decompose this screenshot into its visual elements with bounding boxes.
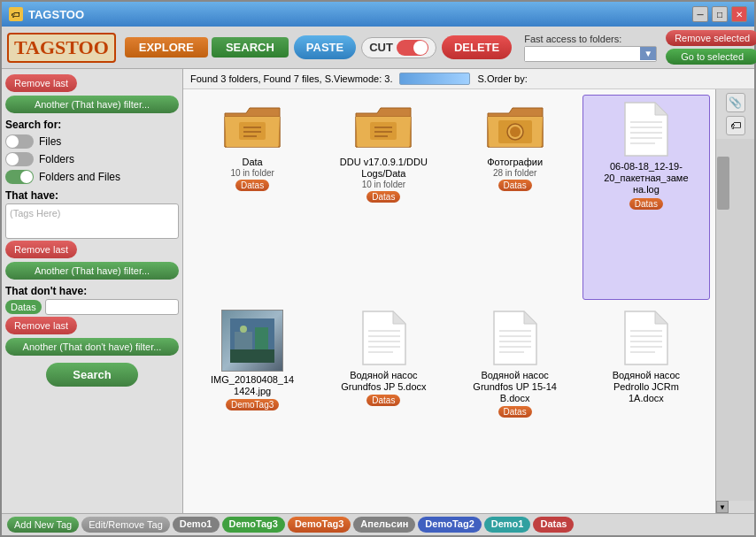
file-name-img: IMG_20180408_141424.jpg xyxy=(208,374,297,397)
file-tag-gfp5[interactable]: Datas xyxy=(366,395,400,406)
file-name-data: Data xyxy=(243,157,263,168)
search-tab[interactable]: SEARCH xyxy=(212,37,289,58)
paste-button[interactable]: PASTE xyxy=(294,35,356,59)
remove-last-button-1[interactable]: Remove last xyxy=(5,74,77,92)
bottom-tag-demotag3-orange[interactable]: DemoTag3 xyxy=(288,517,351,533)
file-item-data[interactable]: Data 10 in folder Datas xyxy=(189,95,316,300)
add-new-tag-button[interactable]: Add New Tag xyxy=(7,517,79,533)
dont-have-tag[interactable]: Datas xyxy=(5,300,42,314)
file-item-pedrollo[interactable]: Водяной насос Pedrollo JCRm 1A.docx xyxy=(582,303,710,509)
svg-point-4 xyxy=(510,127,521,137)
progress-bar xyxy=(399,73,470,85)
file-tag-img[interactable]: DemoTag3 xyxy=(226,399,279,410)
doc-svg-gfp5 xyxy=(359,310,408,367)
folder-icon-photos xyxy=(484,101,546,154)
radio-folders-files-row: Folders and Files xyxy=(5,170,179,184)
scrollbar-track xyxy=(716,139,754,501)
file-item-gfp5[interactable]: Водяной насос Grundfos JP 5.docx Datas xyxy=(320,303,447,509)
paperclip-icon[interactable]: 📎 xyxy=(726,93,745,112)
bottom-tag-demo1-teal[interactable]: Demo1 xyxy=(484,517,531,533)
radio-files-label: Files xyxy=(39,135,61,148)
file-item-img[interactable]: IMG_20180408_141424.jpg DemoTag3 xyxy=(189,303,316,509)
radio-files-toggle[interactable] xyxy=(5,134,34,149)
svg-rect-0 xyxy=(239,122,266,140)
side-icons: 📎 🏷 xyxy=(716,89,754,139)
main-content: Remove last Another (That have) filter..… xyxy=(2,69,754,513)
file-name-log: 06-08-18_12-19-20_пакетная_замена.log xyxy=(602,161,690,196)
another-dont-filter-button[interactable]: Another (That don't have) filter... xyxy=(5,338,179,356)
file-sub-photos: 28 in folder xyxy=(493,168,536,178)
file-tag-gfup[interactable]: Datas xyxy=(498,406,532,418)
app-icon: 🏷 xyxy=(9,7,23,21)
remove-last-button-2[interactable]: Remove last xyxy=(5,241,77,258)
close-button[interactable]: ✕ xyxy=(731,6,747,22)
goto-selected-button[interactable]: Go to selected xyxy=(666,49,756,65)
sort-label: S.Order by: xyxy=(477,73,527,84)
photo-svg xyxy=(230,318,274,363)
scroll-down-button[interactable]: ▼ xyxy=(716,501,729,513)
title-controls: ─ □ ✕ xyxy=(692,6,747,22)
file-item-gfup[interactable]: Водяной насос Grundfos UP 15-14 B.docx D… xyxy=(451,303,579,509)
search-button[interactable]: Search xyxy=(46,363,137,387)
svg-point-13 xyxy=(240,326,247,333)
bottom-tag-demo1[interactable]: Demo1 xyxy=(173,517,220,533)
file-tag-ddu[interactable]: Datas xyxy=(366,191,400,203)
explore-tab[interactable]: EXPLORE xyxy=(125,37,208,58)
another-filter-button-1[interactable]: Another (That have) filter... xyxy=(5,96,179,113)
radio-files-row: Files xyxy=(5,134,179,149)
file-sub-data: 10 in folder xyxy=(230,168,274,178)
bottom-tag-datas[interactable]: Datas xyxy=(533,517,574,533)
fast-access-label: Fast access to folders: xyxy=(524,34,657,44)
another-filter-button-2[interactable]: Another (That have) filter... xyxy=(5,262,179,280)
folder-icon-data xyxy=(221,101,283,154)
file-name-photos: Фотографии xyxy=(487,157,543,168)
doc-svg-pedrollo xyxy=(621,310,670,367)
radio-folders-toggle[interactable] xyxy=(5,152,34,166)
doc-icon-gfup xyxy=(490,310,539,367)
title-bar: 🏷 TAGSTOO ─ □ ✕ xyxy=(2,2,754,27)
status-bar: Found 3 folders, Found 7 files, S.Viewmo… xyxy=(183,69,754,89)
file-name-ddu: DDU v17.0.9.1/DDU Logs/Data xyxy=(339,157,428,180)
file-grid-wrapper: Data 10 in folder Datas xyxy=(183,89,754,513)
svg-rect-14 xyxy=(230,349,274,363)
fast-access-input[interactable] xyxy=(525,47,640,61)
file-tag-log[interactable]: Datas xyxy=(629,198,663,210)
title-bar-left: 🏷 TAGSTOO xyxy=(9,7,84,21)
search-for-label: Search for: xyxy=(5,119,179,131)
svg-rect-1 xyxy=(370,122,397,140)
fast-access: Fast access to folders: ▼ xyxy=(524,34,657,62)
remove-selected-button[interactable]: Remove selected xyxy=(666,30,756,46)
file-tag-photos[interactable]: Datas xyxy=(498,180,532,191)
radio-folders-files-label: Folders and Files xyxy=(39,171,120,183)
minimize-button[interactable]: ─ xyxy=(692,6,708,22)
cut-toggle[interactable] xyxy=(397,40,428,56)
tag-icon[interactable]: 🏷 xyxy=(726,116,745,135)
right-panel: 📎 🏷 ▼ xyxy=(715,89,754,513)
file-tag-data[interactable]: Datas xyxy=(235,180,269,191)
dont-have-input[interactable] xyxy=(45,299,179,315)
cut-container: CUT xyxy=(361,37,436,58)
cut-label: CUT xyxy=(369,41,393,54)
scrollbar-thumb[interactable] xyxy=(717,157,729,210)
tags-input[interactable]: (Tags Here) xyxy=(5,203,179,239)
delete-button[interactable]: DELETE xyxy=(442,35,512,59)
file-item-log[interactable]: 06-08-18_12-19-20_пакетная_замена.log Da… xyxy=(582,95,710,300)
file-item-ddu[interactable]: DDU v17.0.9.1/DDU Logs/Data 10 in folder… xyxy=(320,95,447,300)
bottom-tag-demotag2[interactable]: DemoTag2 xyxy=(418,517,481,533)
right-buttons: Remove selected Go to selected xyxy=(666,30,756,65)
radio-folders-files-toggle[interactable] xyxy=(5,170,34,184)
fast-access-arrow[interactable]: ▼ xyxy=(640,47,656,60)
remove-last-button-3[interactable]: Remove last xyxy=(5,317,77,334)
sidebar: Remove last Another (That have) filter..… xyxy=(2,69,183,513)
edit-remove-tag-button[interactable]: Edit/Remove Tag xyxy=(81,517,170,533)
folder-svg-ddu xyxy=(352,101,414,154)
bottom-tag-demotag3-green[interactable]: DemoTag3 xyxy=(222,517,285,533)
bottom-tag-apelsin[interactable]: Апельсин xyxy=(353,517,415,533)
fast-access-dropdown: ▼ xyxy=(524,46,657,62)
file-item-photos[interactable]: Фотографии 28 in folder Datas xyxy=(451,95,579,300)
maximize-button[interactable]: □ xyxy=(712,6,728,22)
main-window: 🏷 TAGSTOO ─ □ ✕ TAGSTOO EXPLORE SEARCH P… xyxy=(0,0,756,537)
radio-folders-knob xyxy=(6,153,19,165)
doc-icon-log xyxy=(621,101,670,158)
file-panel: Found 3 folders, Found 7 files, S.Viewmo… xyxy=(183,69,754,513)
